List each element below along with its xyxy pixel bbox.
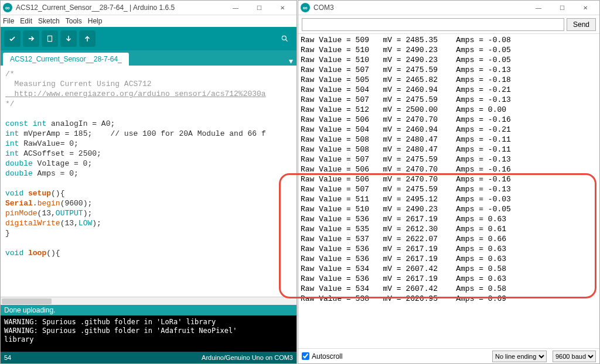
menu-help[interactable]: Help <box>88 17 103 25</box>
serial-line: Raw Value = 506 mV = 2470.70 Amps = -0.1… <box>301 164 597 174</box>
arduino-titlebar: ACS12_Current_Sensor__28-7-64_ | Arduino… <box>1 1 296 15</box>
board-port-label: Arduino/Genuino Uno on COM3 <box>202 354 293 361</box>
serial-titlebar: COM3 — ☐ ✕ <box>298 1 599 15</box>
arduino-footer-bar: 54 Arduino/Genuino Uno on COM3 <box>1 352 296 363</box>
arduino-ide-window: ACS12_Current_Sensor__28-7-64_ | Arduino… <box>0 0 297 364</box>
serial-title: COM3 <box>313 4 527 12</box>
maximize-button[interactable]: ☐ <box>550 1 574 15</box>
serial-line: Raw Value = 507 mV = 2475.59 Amps = -0.1… <box>301 154 597 164</box>
serial-line: Raw Value = 534 mV = 2607.42 Amps = 0.58 <box>301 264 597 274</box>
serial-send-row: Send <box>298 15 599 34</box>
menu-edit[interactable]: Edit <box>20 17 32 25</box>
serial-footer: Autoscroll No line ending 9600 baud <box>298 348 599 363</box>
menu-tools[interactable]: Tools <box>66 17 82 25</box>
code-editor[interactable]: /* Measuring Current Using ACS712 http:/… <box>1 66 296 305</box>
serial-line: Raw Value = 505 mV = 2465.82 Amps = -0.1… <box>301 75 597 85</box>
serial-line: Raw Value = 534 mV = 2607.42 Amps = 0.58 <box>301 284 597 294</box>
save-button[interactable] <box>79 30 96 47</box>
serial-line: Raw Value = 508 mV = 2480.47 Amps = -0.1… <box>301 135 597 145</box>
autoscroll-input[interactable] <box>302 352 309 360</box>
new-button[interactable] <box>42 30 58 47</box>
serial-line: Raw Value = 538 mV = 2626.95 Amps = 0.69 <box>301 294 597 304</box>
autoscroll-checkbox[interactable]: Autoscroll <box>302 352 343 360</box>
line-ending-select[interactable]: No line ending <box>492 351 547 362</box>
minimize-button[interactable]: — <box>224 1 247 15</box>
serial-line: Raw Value = 507 mV = 2475.59 Amps = -0.1… <box>301 184 597 194</box>
arduino-console[interactable]: WARNING: Spurious .github folder in 'LoR… <box>1 315 296 352</box>
serial-input[interactable] <box>302 18 564 31</box>
serial-line: Raw Value = 506 mV = 2470.70 Amps = -0.1… <box>301 115 597 125</box>
serial-line: Raw Value = 506 mV = 2470.70 Amps = -0.1… <box>301 174 597 184</box>
serial-line: Raw Value = 536 mV = 2617.19 Amps = 0.63 <box>301 254 597 264</box>
serial-line: Raw Value = 504 mV = 2460.94 Amps = -0.2… <box>301 125 597 135</box>
serial-line: Raw Value = 536 mV = 2617.19 Amps = 0.63 <box>301 274 597 284</box>
arduino-toolbar <box>1 27 296 50</box>
cursor-position: 54 <box>4 354 11 361</box>
arduino-tabbar: ACS12_Current_Sensor__28-7-64_ ▾ <box>1 50 296 66</box>
serial-line: Raw Value = 510 mV = 2490.23 Amps = -0.0… <box>301 45 597 55</box>
serial-line: Raw Value = 510 mV = 2490.23 Amps = -0.0… <box>301 204 597 214</box>
serial-line: Raw Value = 536 mV = 2617.19 Amps = 0.63 <box>301 214 597 224</box>
tab-menu-button[interactable]: ▾ <box>289 56 293 66</box>
arduino-status-bar: Done uploading. <box>1 305 296 315</box>
minimize-button[interactable]: — <box>527 1 550 15</box>
serial-line: Raw Value = 509 mV = 2485.35 Amps = -0.0… <box>301 35 597 45</box>
serial-monitor-window: COM3 — ☐ ✕ Send Raw Value = 509 mV = 248… <box>298 0 600 364</box>
svg-rect-0 <box>48 36 52 41</box>
serial-line: Raw Value = 536 mV = 2617.19 Amps = 0.63 <box>301 244 597 254</box>
baud-rate-select[interactable]: 9600 baud <box>553 351 596 362</box>
serial-line: Raw Value = 508 mV = 2480.47 Amps = -0.1… <box>301 145 597 154</box>
close-button[interactable]: ✕ <box>574 1 597 15</box>
serial-monitor-button[interactable] <box>277 30 293 47</box>
arduino-logo-icon <box>301 3 310 12</box>
verify-button[interactable] <box>4 30 21 47</box>
editor-horizontal-scrollbar[interactable] <box>1 297 296 305</box>
menu-file[interactable]: File <box>3 17 14 25</box>
arduino-menubar: File Edit Sketch Tools Help <box>1 15 296 27</box>
autoscroll-label: Autoscroll <box>312 352 343 360</box>
arduino-title: ACS12_Current_Sensor__28-7-64_ | Arduino… <box>16 4 224 12</box>
serial-line: Raw Value = 535 mV = 2612.30 Amps = 0.61 <box>301 224 597 234</box>
window-controls: — ☐ ✕ <box>224 1 294 15</box>
sketch-tab[interactable]: ACS12_Current_Sensor__28-7-64_ <box>3 53 129 66</box>
serial-output[interactable]: Raw Value = 509 mV = 2485.35 Amps = -0.0… <box>298 34 599 348</box>
send-button[interactable]: Send <box>567 18 596 31</box>
svg-point-1 <box>282 36 286 40</box>
serial-line: Raw Value = 512 mV = 2500.00 Amps = 0.00 <box>301 105 597 115</box>
close-button[interactable]: ✕ <box>271 1 294 15</box>
maximize-button[interactable]: ☐ <box>247 1 271 15</box>
serial-line: Raw Value = 507 mV = 2475.59 Amps = -0.1… <box>301 65 597 75</box>
serial-line: Raw Value = 504 mV = 2460.94 Amps = -0.2… <box>301 85 597 95</box>
upload-button[interactable] <box>23 30 39 47</box>
serial-line: Raw Value = 537 mV = 2622.07 Amps = 0.66 <box>301 234 597 244</box>
serial-line: Raw Value = 507 mV = 2475.59 Amps = -0.1… <box>301 95 597 105</box>
open-button[interactable] <box>60 30 77 47</box>
menu-sketch[interactable]: Sketch <box>38 17 60 25</box>
arduino-logo-icon <box>3 3 12 12</box>
serial-line: Raw Value = 511 mV = 2495.12 Amps = -0.0… <box>301 194 597 204</box>
window-controls: — ☐ ✕ <box>527 1 597 15</box>
serial-line: Raw Value = 510 mV = 2490.23 Amps = -0.0… <box>301 55 597 65</box>
